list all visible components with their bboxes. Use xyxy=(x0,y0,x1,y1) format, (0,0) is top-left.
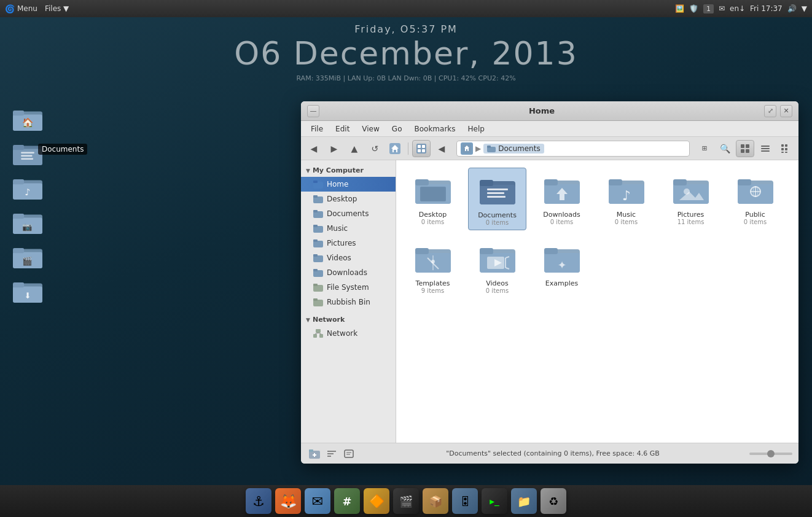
sidebar-section-mycomputer[interactable]: ▼ My Computer xyxy=(301,164,396,177)
list-view-button[interactable] xyxy=(756,140,775,157)
svg-rect-112 xyxy=(480,248,493,254)
zoom-slider[interactable] xyxy=(749,453,792,455)
svg-rect-40 xyxy=(746,149,749,153)
desktop-icon-documents[interactable]: Documents xyxy=(6,139,49,168)
statusbar-new-folder-button[interactable] xyxy=(307,446,322,461)
power-icon[interactable]: ▼ xyxy=(802,4,807,13)
svg-rect-75 xyxy=(415,179,429,185)
window-menubar: File Edit View Go Bookmarks Help xyxy=(301,121,798,137)
sidebar-section-network[interactable]: ▼ Network xyxy=(301,313,396,326)
sidebar-item-videos[interactable]: Videos xyxy=(301,251,396,265)
menu-bookmarks[interactable]: Bookmarks xyxy=(409,123,460,134)
sidebar-item-desktop-label: Desktop xyxy=(327,195,357,203)
sidebar-item-home[interactable]: Home xyxy=(301,177,396,192)
menu-edit[interactable]: Edit xyxy=(330,123,354,134)
sidebar-item-filesystem[interactable]: File System xyxy=(301,280,396,295)
taskbar-package[interactable]: 📦 xyxy=(423,488,448,514)
taskbar: ⚓ 🦊 ✉ # 🔶 🎬 📦 🎛 ▶_ 📁 ♻ xyxy=(0,485,812,517)
slider-track[interactable] xyxy=(749,453,792,455)
svg-rect-12 xyxy=(13,179,24,184)
svg-rect-7 xyxy=(21,152,34,154)
up-button[interactable]: ▲ xyxy=(345,140,364,157)
home-nav-button[interactable] xyxy=(386,140,404,157)
statusbar-sort-button[interactable] xyxy=(324,446,339,461)
sidebar-item-desktop[interactable]: Desktop xyxy=(301,192,396,206)
svg-rect-120 xyxy=(544,248,558,254)
view-toggle-button[interactable] xyxy=(412,140,431,157)
menu-go[interactable]: Go xyxy=(387,123,407,134)
files-button[interactable]: Files ▼ xyxy=(45,4,69,13)
svg-rect-20 xyxy=(13,248,24,253)
file-item-desktop[interactable]: Desktop 0 items xyxy=(404,168,462,230)
downloads-folder-icon: ⬇ xyxy=(13,276,42,306)
sidebar-item-pictures[interactable]: Pictures xyxy=(301,236,396,251)
file-grid: Desktop 0 items Documents 0 items xyxy=(396,160,798,443)
taskbar-hashtag[interactable]: # xyxy=(334,488,360,514)
desktop-icon-downloads[interactable]: ⬇ xyxy=(6,276,49,306)
window-maximize-button[interactable]: ⤢ xyxy=(764,105,776,117)
public-file-name: Public xyxy=(745,211,765,219)
videos-sidebar-icon xyxy=(313,253,323,263)
sidebar-item-pictures-label: Pictures xyxy=(327,239,356,247)
screenshot-icon[interactable]: 🖼️ xyxy=(675,4,684,13)
taskbar-thunderbird[interactable]: ✉ xyxy=(305,488,330,514)
examples-file-icon: ✦ xyxy=(544,240,580,277)
taskbar-mixer[interactable]: 🎛 xyxy=(452,488,478,514)
slider-thumb[interactable] xyxy=(767,450,775,457)
file-item-public[interactable]: Public 0 items xyxy=(726,168,784,230)
sidebar-item-documents-label: Documents xyxy=(327,209,369,218)
desktop-icon-home[interactable]: 🏠 xyxy=(6,104,49,134)
home-sidebar-icon xyxy=(313,179,323,189)
refresh-button[interactable]: ↺ xyxy=(365,140,384,157)
file-item-downloads[interactable]: Downloads 0 items xyxy=(533,168,591,230)
sidebar-item-network[interactable]: Network xyxy=(301,326,396,341)
sidebar-item-rubbishbin[interactable]: Rubbish Bin xyxy=(301,295,396,309)
path-toggle-button[interactable]: ◀ xyxy=(432,140,451,157)
volume-icon[interactable]: 🔊 xyxy=(787,4,797,13)
mail-icon[interactable]: ✉ xyxy=(719,4,725,13)
window-close-button[interactable]: ✕ xyxy=(780,105,792,117)
taskbar-anchor[interactable]: ⚓ xyxy=(246,488,271,514)
taskbar-trash[interactable]: ♻ xyxy=(541,488,566,514)
music-file-name: Music xyxy=(617,211,636,219)
svg-rect-106 xyxy=(415,248,429,254)
search-button[interactable]: 🔍 xyxy=(716,140,734,157)
file-item-music[interactable]: ♪ Music 0 items xyxy=(597,168,655,230)
svg-rect-61 xyxy=(313,254,318,257)
taskbar-filemanager[interactable]: 📁 xyxy=(511,488,537,514)
lang-indicator[interactable]: en↓ xyxy=(730,4,745,13)
breadcrumb-folder[interactable]: Documents xyxy=(483,144,544,154)
svg-rect-9 xyxy=(21,158,33,159)
breadcrumb-home-icon[interactable] xyxy=(461,142,473,155)
forward-button[interactable]: ▶ xyxy=(325,140,343,157)
menu-view[interactable]: View xyxy=(357,123,384,134)
menu-button[interactable]: 🌀 Menu xyxy=(5,4,37,14)
new-tab-button[interactable]: ⊞ xyxy=(695,140,714,157)
sidebar-item-downloads[interactable]: Downloads xyxy=(301,265,396,280)
taskbar-app5[interactable]: 🔶 xyxy=(364,488,389,514)
file-item-examples[interactable]: ✦ Examples xyxy=(533,236,591,298)
sidebar-item-music[interactable]: Music xyxy=(301,221,396,236)
back-button[interactable]: ◀ xyxy=(305,140,323,157)
file-item-pictures[interactable]: Pictures 11 items xyxy=(662,168,720,230)
compact-view-button[interactable] xyxy=(776,140,795,157)
file-item-templates[interactable]: Templates 9 items xyxy=(404,236,462,298)
taskbar-clapper[interactable]: 🎬 xyxy=(393,488,419,514)
menu-file[interactable]: File xyxy=(306,123,328,134)
window-minimize-button[interactable]: — xyxy=(307,105,319,117)
desktop-icon-pictures[interactable]: 📷 xyxy=(6,208,49,237)
svg-rect-129 xyxy=(345,450,353,457)
taskbar-firefox[interactable]: 🦊 xyxy=(275,488,301,514)
file-item-documents[interactable]: Documents 0 items xyxy=(468,168,526,230)
taskbar-terminal[interactable]: ▶_ xyxy=(482,488,507,514)
svg-rect-55 xyxy=(313,210,318,212)
statusbar-properties-button[interactable] xyxy=(342,446,356,461)
desktop-icon-videos[interactable]: 🎬 xyxy=(6,242,49,271)
icon-view-button[interactable] xyxy=(736,140,754,157)
svg-rect-45 xyxy=(785,144,787,147)
sidebar-item-documents[interactable]: Documents xyxy=(301,206,396,221)
workspace-indicator[interactable]: 1 xyxy=(703,4,714,14)
desktop-icon-music[interactable]: ♪ xyxy=(6,173,49,203)
menu-help[interactable]: Help xyxy=(463,123,490,134)
file-item-videos[interactable]: Videos 0 items xyxy=(468,236,526,298)
